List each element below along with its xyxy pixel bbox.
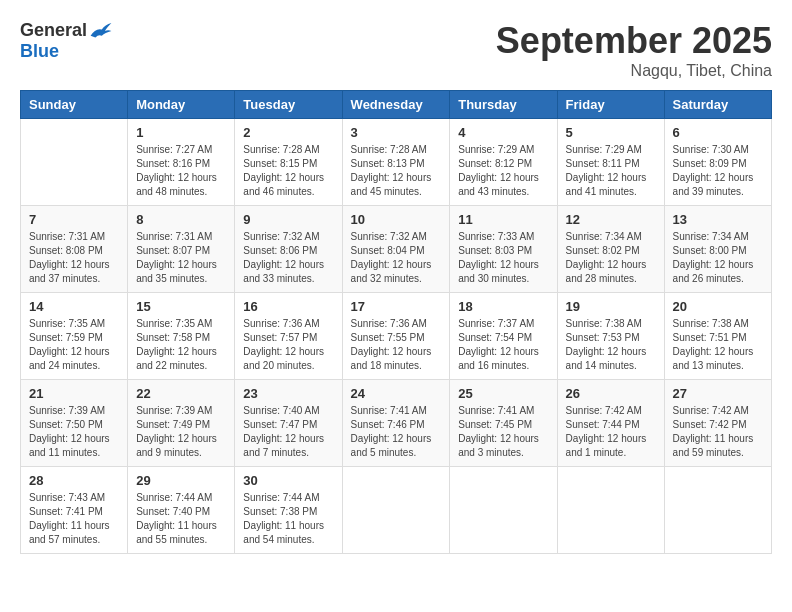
calendar-cell: 6Sunrise: 7:30 AMSunset: 8:09 PMDaylight… bbox=[664, 119, 771, 206]
day-info: Sunrise: 7:36 AMSunset: 7:57 PMDaylight:… bbox=[243, 317, 333, 373]
calendar-header-row: SundayMondayTuesdayWednesdayThursdayFrid… bbox=[21, 91, 772, 119]
logo-blue: Blue bbox=[20, 41, 59, 62]
day-info: Sunrise: 7:42 AMSunset: 7:44 PMDaylight:… bbox=[566, 404, 656, 460]
calendar-cell: 17Sunrise: 7:36 AMSunset: 7:55 PMDayligh… bbox=[342, 293, 450, 380]
day-info: Sunrise: 7:31 AMSunset: 8:08 PMDaylight:… bbox=[29, 230, 119, 286]
day-number: 22 bbox=[136, 386, 226, 401]
weekday-header: Monday bbox=[128, 91, 235, 119]
calendar-cell: 18Sunrise: 7:37 AMSunset: 7:54 PMDayligh… bbox=[450, 293, 557, 380]
day-info: Sunrise: 7:29 AMSunset: 8:12 PMDaylight:… bbox=[458, 143, 548, 199]
weekday-header: Thursday bbox=[450, 91, 557, 119]
calendar-cell bbox=[21, 119, 128, 206]
month-title: September 2025 bbox=[496, 20, 772, 62]
location-title: Nagqu, Tibet, China bbox=[496, 62, 772, 80]
day-info: Sunrise: 7:28 AMSunset: 8:15 PMDaylight:… bbox=[243, 143, 333, 199]
logo: General Blue bbox=[20, 20, 113, 62]
day-number: 29 bbox=[136, 473, 226, 488]
calendar-cell: 10Sunrise: 7:32 AMSunset: 8:04 PMDayligh… bbox=[342, 206, 450, 293]
calendar-title: September 2025 Nagqu, Tibet, China bbox=[496, 20, 772, 80]
day-info: Sunrise: 7:36 AMSunset: 7:55 PMDaylight:… bbox=[351, 317, 442, 373]
calendar-cell: 22Sunrise: 7:39 AMSunset: 7:49 PMDayligh… bbox=[128, 380, 235, 467]
day-number: 19 bbox=[566, 299, 656, 314]
calendar-table: SundayMondayTuesdayWednesdayThursdayFrid… bbox=[20, 90, 772, 554]
day-number: 24 bbox=[351, 386, 442, 401]
calendar-cell: 16Sunrise: 7:36 AMSunset: 7:57 PMDayligh… bbox=[235, 293, 342, 380]
day-number: 26 bbox=[566, 386, 656, 401]
day-info: Sunrise: 7:40 AMSunset: 7:47 PMDaylight:… bbox=[243, 404, 333, 460]
calendar-cell bbox=[557, 467, 664, 554]
calendar-week-row: 21Sunrise: 7:39 AMSunset: 7:50 PMDayligh… bbox=[21, 380, 772, 467]
day-info: Sunrise: 7:32 AMSunset: 8:04 PMDaylight:… bbox=[351, 230, 442, 286]
day-info: Sunrise: 7:28 AMSunset: 8:13 PMDaylight:… bbox=[351, 143, 442, 199]
day-number: 11 bbox=[458, 212, 548, 227]
calendar-cell: 20Sunrise: 7:38 AMSunset: 7:51 PMDayligh… bbox=[664, 293, 771, 380]
day-number: 28 bbox=[29, 473, 119, 488]
day-info: Sunrise: 7:34 AMSunset: 8:00 PMDaylight:… bbox=[673, 230, 763, 286]
weekday-header: Tuesday bbox=[235, 91, 342, 119]
day-number: 6 bbox=[673, 125, 763, 140]
day-info: Sunrise: 7:42 AMSunset: 7:42 PMDaylight:… bbox=[673, 404, 763, 460]
calendar-cell: 2Sunrise: 7:28 AMSunset: 8:15 PMDaylight… bbox=[235, 119, 342, 206]
calendar-cell: 13Sunrise: 7:34 AMSunset: 8:00 PMDayligh… bbox=[664, 206, 771, 293]
calendar-cell: 9Sunrise: 7:32 AMSunset: 8:06 PMDaylight… bbox=[235, 206, 342, 293]
calendar-cell: 15Sunrise: 7:35 AMSunset: 7:58 PMDayligh… bbox=[128, 293, 235, 380]
calendar-cell: 8Sunrise: 7:31 AMSunset: 8:07 PMDaylight… bbox=[128, 206, 235, 293]
day-number: 20 bbox=[673, 299, 763, 314]
calendar-cell: 14Sunrise: 7:35 AMSunset: 7:59 PMDayligh… bbox=[21, 293, 128, 380]
day-number: 2 bbox=[243, 125, 333, 140]
day-info: Sunrise: 7:30 AMSunset: 8:09 PMDaylight:… bbox=[673, 143, 763, 199]
day-info: Sunrise: 7:32 AMSunset: 8:06 PMDaylight:… bbox=[243, 230, 333, 286]
weekday-header: Wednesday bbox=[342, 91, 450, 119]
day-number: 7 bbox=[29, 212, 119, 227]
calendar-cell: 30Sunrise: 7:44 AMSunset: 7:38 PMDayligh… bbox=[235, 467, 342, 554]
logo-general: General bbox=[20, 20, 87, 41]
day-info: Sunrise: 7:39 AMSunset: 7:50 PMDaylight:… bbox=[29, 404, 119, 460]
day-number: 10 bbox=[351, 212, 442, 227]
day-number: 17 bbox=[351, 299, 442, 314]
day-number: 16 bbox=[243, 299, 333, 314]
day-number: 30 bbox=[243, 473, 333, 488]
day-info: Sunrise: 7:38 AMSunset: 7:53 PMDaylight:… bbox=[566, 317, 656, 373]
day-number: 25 bbox=[458, 386, 548, 401]
day-info: Sunrise: 7:27 AMSunset: 8:16 PMDaylight:… bbox=[136, 143, 226, 199]
day-info: Sunrise: 7:39 AMSunset: 7:49 PMDaylight:… bbox=[136, 404, 226, 460]
day-number: 13 bbox=[673, 212, 763, 227]
calendar-cell: 3Sunrise: 7:28 AMSunset: 8:13 PMDaylight… bbox=[342, 119, 450, 206]
day-number: 1 bbox=[136, 125, 226, 140]
calendar-cell: 24Sunrise: 7:41 AMSunset: 7:46 PMDayligh… bbox=[342, 380, 450, 467]
day-info: Sunrise: 7:29 AMSunset: 8:11 PMDaylight:… bbox=[566, 143, 656, 199]
day-info: Sunrise: 7:43 AMSunset: 7:41 PMDaylight:… bbox=[29, 491, 119, 547]
calendar-cell: 1Sunrise: 7:27 AMSunset: 8:16 PMDaylight… bbox=[128, 119, 235, 206]
day-number: 18 bbox=[458, 299, 548, 314]
calendar-week-row: 7Sunrise: 7:31 AMSunset: 8:08 PMDaylight… bbox=[21, 206, 772, 293]
calendar-cell: 21Sunrise: 7:39 AMSunset: 7:50 PMDayligh… bbox=[21, 380, 128, 467]
calendar-cell: 12Sunrise: 7:34 AMSunset: 8:02 PMDayligh… bbox=[557, 206, 664, 293]
calendar-cell: 19Sunrise: 7:38 AMSunset: 7:53 PMDayligh… bbox=[557, 293, 664, 380]
day-number: 27 bbox=[673, 386, 763, 401]
day-number: 3 bbox=[351, 125, 442, 140]
day-number: 23 bbox=[243, 386, 333, 401]
calendar-cell bbox=[342, 467, 450, 554]
weekday-header: Friday bbox=[557, 91, 664, 119]
day-info: Sunrise: 7:37 AMSunset: 7:54 PMDaylight:… bbox=[458, 317, 548, 373]
day-info: Sunrise: 7:35 AMSunset: 7:59 PMDaylight:… bbox=[29, 317, 119, 373]
day-info: Sunrise: 7:41 AMSunset: 7:46 PMDaylight:… bbox=[351, 404, 442, 460]
day-info: Sunrise: 7:35 AMSunset: 7:58 PMDaylight:… bbox=[136, 317, 226, 373]
day-info: Sunrise: 7:44 AMSunset: 7:38 PMDaylight:… bbox=[243, 491, 333, 547]
day-info: Sunrise: 7:38 AMSunset: 7:51 PMDaylight:… bbox=[673, 317, 763, 373]
day-number: 8 bbox=[136, 212, 226, 227]
calendar-cell: 5Sunrise: 7:29 AMSunset: 8:11 PMDaylight… bbox=[557, 119, 664, 206]
calendar-week-row: 1Sunrise: 7:27 AMSunset: 8:16 PMDaylight… bbox=[21, 119, 772, 206]
calendar-cell: 25Sunrise: 7:41 AMSunset: 7:45 PMDayligh… bbox=[450, 380, 557, 467]
day-number: 21 bbox=[29, 386, 119, 401]
calendar-week-row: 28Sunrise: 7:43 AMSunset: 7:41 PMDayligh… bbox=[21, 467, 772, 554]
calendar-week-row: 14Sunrise: 7:35 AMSunset: 7:59 PMDayligh… bbox=[21, 293, 772, 380]
page-header: General Blue September 2025 Nagqu, Tibet… bbox=[20, 20, 772, 80]
day-info: Sunrise: 7:33 AMSunset: 8:03 PMDaylight:… bbox=[458, 230, 548, 286]
weekday-header: Saturday bbox=[664, 91, 771, 119]
calendar-cell: 26Sunrise: 7:42 AMSunset: 7:44 PMDayligh… bbox=[557, 380, 664, 467]
calendar-cell: 23Sunrise: 7:40 AMSunset: 7:47 PMDayligh… bbox=[235, 380, 342, 467]
calendar-cell: 11Sunrise: 7:33 AMSunset: 8:03 PMDayligh… bbox=[450, 206, 557, 293]
day-number: 12 bbox=[566, 212, 656, 227]
calendar-cell: 7Sunrise: 7:31 AMSunset: 8:08 PMDaylight… bbox=[21, 206, 128, 293]
